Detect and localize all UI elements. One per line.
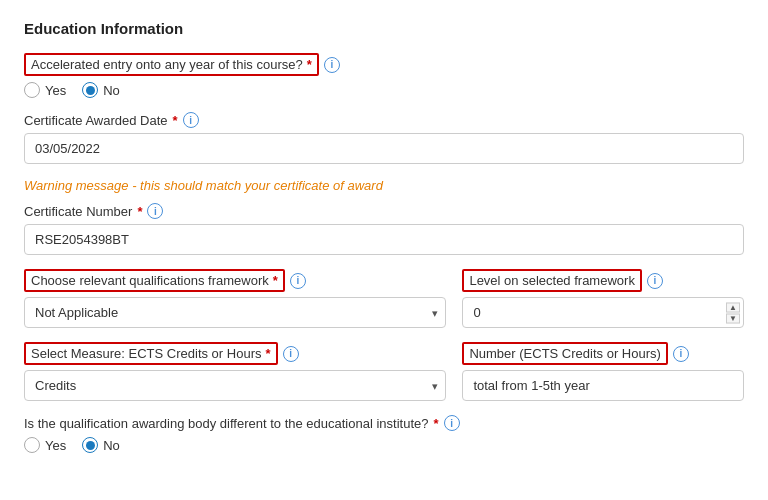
select-measure-label-text: Select Measure: ECTS Credits or Hours — [31, 346, 261, 361]
level-framework-label-highlighted: Level on selected framework — [462, 269, 641, 292]
qualifications-framework-required: * — [273, 273, 278, 288]
accelerated-entry-field: Accelerated entry onto any year of this … — [24, 53, 744, 98]
accelerated-entry-label-text: Accelerated entry onto any year of this … — [31, 57, 303, 72]
level-framework-input-wrapper: ▲ ▼ — [462, 297, 744, 328]
number-credits-label-highlighted: Number (ECTS Credits or Hours) — [462, 342, 667, 365]
certificate-number-label-row: Certificate Number * i — [24, 203, 744, 219]
level-framework-spinners: ▲ ▼ — [726, 302, 740, 323]
qualifications-framework-label-text: Choose relevant qualifications framework — [31, 273, 269, 288]
accelerated-entry-label-row: Accelerated entry onto any year of this … — [24, 53, 744, 76]
accelerated-entry-no-label: No — [103, 83, 120, 98]
number-credits-field: Number (ECTS Credits or Hours) i — [462, 342, 744, 401]
accelerated-entry-yes-label: Yes — [45, 83, 66, 98]
certificate-date-field: Certificate Awarded Date * i — [24, 112, 744, 164]
accelerated-entry-radio-group: Yes No — [24, 82, 744, 98]
level-framework-input[interactable] — [462, 297, 744, 328]
awarding-body-required: * — [433, 416, 438, 431]
number-credits-label-text: Number (ECTS Credits or Hours) — [469, 346, 660, 361]
certificate-number-required: * — [137, 204, 142, 219]
awarding-body-field: Is the qualification awarding body diffe… — [24, 415, 744, 453]
accelerated-entry-no-option[interactable]: No — [82, 82, 120, 98]
qualifications-framework-select-wrapper: Not Applicable QCF NQF RQF ▾ — [24, 297, 446, 328]
awarding-body-yes-radio[interactable] — [24, 437, 40, 453]
level-framework-info-icon[interactable]: i — [647, 273, 663, 289]
certificate-number-info-icon[interactable]: i — [147, 203, 163, 219]
accelerated-entry-yes-option[interactable]: Yes — [24, 82, 66, 98]
certificate-number-input[interactable] — [24, 224, 744, 255]
accelerated-entry-info-icon[interactable]: i — [324, 57, 340, 73]
number-credits-label-row: Number (ECTS Credits or Hours) i — [462, 342, 744, 365]
level-framework-label-text: Level on selected framework — [469, 273, 634, 288]
select-measure-info-icon[interactable]: i — [283, 346, 299, 362]
section-title: Education Information — [24, 20, 744, 37]
qualifications-framework-info-icon[interactable]: i — [290, 273, 306, 289]
certificate-date-label-row: Certificate Awarded Date * i — [24, 112, 744, 128]
select-measure-field: Select Measure: ECTS Credits or Hours * … — [24, 342, 446, 401]
accelerated-entry-label-highlighted: Accelerated entry onto any year of this … — [24, 53, 319, 76]
qualifications-framework-label-highlighted: Choose relevant qualifications framework… — [24, 269, 285, 292]
level-framework-spin-up[interactable]: ▲ — [726, 302, 740, 312]
warning-message: Warning message - this should match your… — [24, 178, 744, 193]
accelerated-entry-yes-radio[interactable] — [24, 82, 40, 98]
certificate-date-info-icon[interactable]: i — [183, 112, 199, 128]
select-measure-label-highlighted: Select Measure: ECTS Credits or Hours * — [24, 342, 278, 365]
awarding-body-yes-option[interactable]: Yes — [24, 437, 66, 453]
awarding-body-no-radio[interactable] — [82, 437, 98, 453]
qualifications-framework-select[interactable]: Not Applicable QCF NQF RQF — [24, 297, 446, 328]
certificate-date-input[interactable] — [24, 133, 744, 164]
accelerated-entry-no-radio[interactable] — [82, 82, 98, 98]
select-measure-select-wrapper: Credits Hours ECTS Credits ▾ — [24, 370, 446, 401]
level-framework-field: Level on selected framework i ▲ ▼ — [462, 269, 744, 328]
awarding-body-no-label: No — [103, 438, 120, 453]
framework-row: Choose relevant qualifications framework… — [24, 269, 744, 342]
select-measure-required: * — [265, 346, 270, 361]
number-credits-input[interactable] — [462, 370, 744, 401]
number-credits-info-icon[interactable]: i — [673, 346, 689, 362]
certificate-number-label: Certificate Number — [24, 204, 132, 219]
qualifications-framework-label-row: Choose relevant qualifications framework… — [24, 269, 446, 292]
select-measure-label-row: Select Measure: ECTS Credits or Hours * … — [24, 342, 446, 365]
level-framework-spin-down[interactable]: ▼ — [726, 313, 740, 323]
awarding-body-label-row: Is the qualification awarding body diffe… — [24, 415, 744, 431]
awarding-body-yes-label: Yes — [45, 438, 66, 453]
level-framework-label-row: Level on selected framework i — [462, 269, 744, 292]
qualifications-framework-field: Choose relevant qualifications framework… — [24, 269, 446, 328]
awarding-body-no-option[interactable]: No — [82, 437, 120, 453]
certificate-date-required: * — [173, 113, 178, 128]
measure-row: Select Measure: ECTS Credits or Hours * … — [24, 342, 744, 415]
awarding-body-label: Is the qualification awarding body diffe… — [24, 416, 428, 431]
select-measure-select[interactable]: Credits Hours ECTS Credits — [24, 370, 446, 401]
awarding-body-radio-group: Yes No — [24, 437, 744, 453]
accelerated-entry-required: * — [307, 57, 312, 72]
awarding-body-info-icon[interactable]: i — [444, 415, 460, 431]
certificate-number-field: Certificate Number * i — [24, 203, 744, 255]
certificate-date-label: Certificate Awarded Date — [24, 113, 168, 128]
